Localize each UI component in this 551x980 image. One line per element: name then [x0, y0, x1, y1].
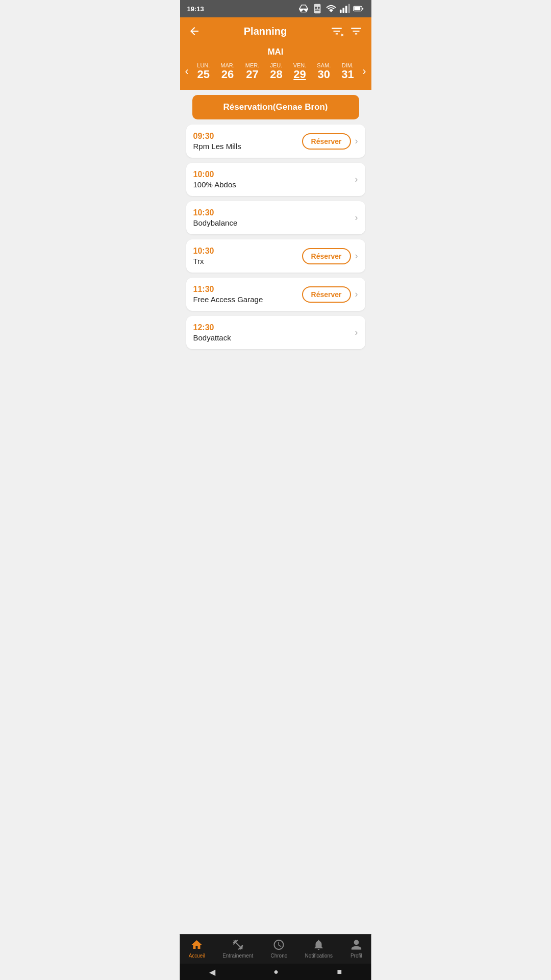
reserve-button-0[interactable]: Réserver [302, 133, 351, 150]
class-name-3: Trx [193, 257, 302, 265]
cal-day-num: 28 [270, 68, 282, 81]
nav-label-profil: Profil [350, 953, 362, 959]
nav-icon-accueil [191, 939, 203, 951]
chevron-right-icon-3: › [355, 251, 358, 261]
class-name-1: 100% Abdos [193, 180, 355, 189]
filter-clear-button[interactable]: ✕ [330, 24, 343, 38]
reserve-button-3[interactable]: Réserver [302, 248, 351, 264]
svg-rect-4 [339, 10, 341, 13]
nav-icon-notifications [313, 939, 325, 951]
nav-item-notifications[interactable]: Notifications [301, 939, 337, 959]
cal-day-num: 26 [221, 68, 234, 81]
nav-icon-chrono [273, 939, 285, 951]
class-info-0: 09:30 Rpm Les Mills [193, 132, 302, 151]
calendar-day-28[interactable]: JEU. 28 [267, 60, 285, 83]
cal-day-num: 27 [246, 68, 258, 81]
class-card-1[interactable]: 10:00 100% Abdos › [186, 163, 365, 196]
calendar-day-26[interactable]: MAR. 26 [217, 60, 238, 83]
chevron-right-icon-5: › [355, 327, 358, 338]
class-card-5[interactable]: 12:30 Bodyattack › [186, 316, 365, 349]
calendar-day-30[interactable]: SAM. 30 [314, 60, 334, 83]
svg-rect-10 [362, 8, 363, 10]
class-name-4: Free Access Garage [193, 295, 302, 304]
class-card-3[interactable]: 10:30 Trx Réserver› [186, 239, 365, 273]
class-actions-3: Réserver› [302, 248, 358, 264]
main-content: Réservation(Genae Bron) 09:30 Rpm Les Mi… [180, 95, 371, 410]
cal-day-num: 25 [197, 68, 210, 81]
svg-rect-1 [315, 7, 317, 9]
chevron-right-icon-2: › [355, 212, 358, 223]
cal-day-name: MAR. [220, 62, 235, 68]
nav-label-accueil: Accueil [189, 953, 205, 959]
chevron-right-icon-4: › [355, 289, 358, 300]
calendar-day-29[interactable]: VEN. 29 [290, 60, 310, 83]
nav-label-chrono: Chrono [271, 953, 288, 959]
android-nav-bar: ◀ ● ■ [180, 964, 371, 980]
cal-day-num: 31 [341, 68, 354, 81]
class-info-2: 10:30 Bodybalance [193, 208, 355, 227]
svg-rect-0 [314, 4, 320, 13]
reservation-banner[interactable]: Réservation(Genae Bron) [192, 95, 359, 119]
cal-day-name: MER. [245, 62, 260, 68]
class-name-0: Rpm Les Mills [193, 142, 302, 151]
battery-icon [353, 3, 364, 14]
svg-rect-7 [348, 4, 350, 13]
class-actions-1: › [355, 174, 358, 185]
svg-rect-9 [354, 7, 360, 10]
nav-icon-entrainement [232, 939, 244, 951]
nav-label-entrainement: Entraînement [222, 953, 253, 959]
header: Planning ✕ [180, 17, 371, 45]
cal-day-name: JEU. [270, 62, 283, 68]
drive-icon [298, 3, 309, 14]
nav-icon-profil [350, 939, 362, 951]
class-actions-2: › [355, 212, 358, 223]
cal-day-name: LUN. [197, 62, 210, 68]
class-name-5: Bodyattack [193, 333, 355, 342]
class-info-5: 12:30 Bodyattack [193, 323, 355, 342]
class-card-2[interactable]: 10:30 Bodybalance › [186, 201, 365, 234]
class-card-4[interactable]: 11:30 Free Access Garage Réserver› [186, 278, 365, 311]
filter-button[interactable] [349, 24, 363, 38]
reserve-button-4[interactable]: Réserver [302, 286, 351, 303]
class-card-0[interactable]: 09:30 Rpm Les Mills Réserver› [186, 125, 365, 158]
calendar-prev-button[interactable]: ‹ [182, 65, 192, 78]
class-actions-5: › [355, 327, 358, 338]
chevron-right-icon-0: › [355, 136, 358, 146]
nav-item-chrono[interactable]: Chrono [267, 939, 292, 959]
nav-item-profil[interactable]: Profil [346, 939, 366, 959]
cal-day-num: 30 [318, 68, 330, 81]
svg-text:✕: ✕ [340, 33, 344, 38]
class-time-0: 09:30 [193, 132, 302, 141]
android-recent-button[interactable]: ■ [337, 967, 342, 976]
svg-rect-3 [315, 10, 319, 11]
android-back-button[interactable]: ◀ [209, 967, 215, 977]
nav-label-notifications: Notifications [305, 953, 333, 959]
calendar-next-button[interactable]: › [359, 65, 369, 78]
calendar-month: MAI [180, 47, 371, 57]
nav-item-entrainement[interactable]: Entraînement [218, 939, 257, 959]
nav-item-accueil[interactable]: Accueil [185, 939, 209, 959]
back-icon [188, 25, 201, 37]
cal-day-num: 29 [293, 68, 306, 81]
calendar-day-27[interactable]: MER. 27 [242, 60, 263, 83]
status-time: 19:13 [187, 5, 204, 13]
svg-rect-5 [342, 8, 344, 13]
calendar-days: LUN. 25 MAR. 26 MER. 27 JEU. 28 VEN. 29 … [192, 60, 359, 83]
status-bar: 19:13 [180, 0, 371, 17]
class-actions-4: Réserver› [302, 286, 358, 303]
signal-icon [339, 3, 350, 14]
calendar-day-25[interactable]: LUN. 25 [194, 60, 213, 83]
class-time-1: 10:00 [193, 170, 355, 179]
sim-icon [312, 3, 323, 14]
class-list: 09:30 Rpm Les Mills Réserver› 10:00 100%… [186, 125, 365, 349]
class-time-2: 10:30 [193, 208, 355, 217]
calendar: MAI ‹ LUN. 25 MAR. 26 MER. 27 JEU. 28 VE… [180, 45, 371, 90]
android-home-button[interactable]: ● [273, 967, 279, 976]
svg-rect-2 [317, 7, 319, 9]
back-button[interactable] [188, 25, 201, 37]
calendar-week: ‹ LUN. 25 MAR. 26 MER. 27 JEU. 28 VEN. 2… [180, 60, 371, 83]
class-time-4: 11:30 [193, 285, 302, 294]
calendar-day-31[interactable]: DIM. 31 [338, 60, 357, 83]
cal-day-name: SAM. [317, 62, 331, 68]
wifi-icon [325, 3, 337, 14]
